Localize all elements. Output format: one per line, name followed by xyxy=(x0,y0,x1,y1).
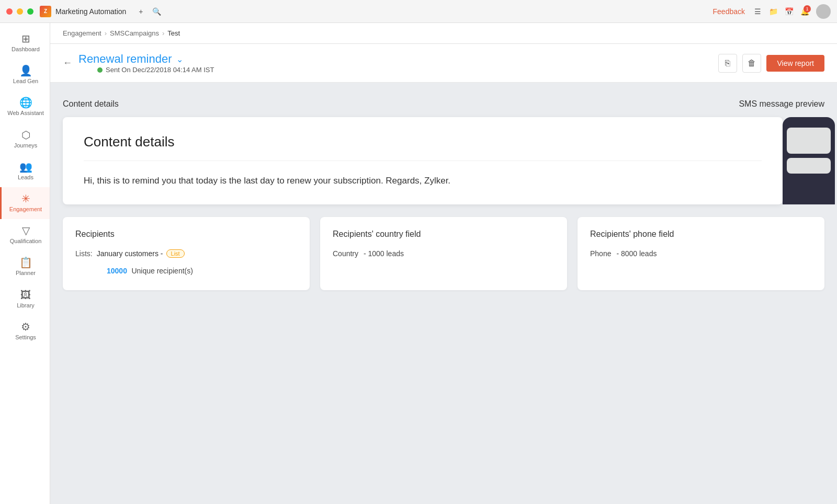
library-icon: 🖼 xyxy=(20,290,31,300)
add-tab-button[interactable]: + xyxy=(137,7,145,16)
tb-right-icons: ☰ 📁 📅 🔔 1 xyxy=(753,4,831,19)
content-card-wrapper: Content details Hi, this is to remind yo… xyxy=(63,117,824,204)
info-cards-section: Recipients Lists: January customers - Li… xyxy=(63,217,824,290)
page-title: Renewal reminder ⌄ xyxy=(78,52,214,66)
notification-badge: 1 xyxy=(804,5,811,13)
search-icon[interactable]: 🔍 xyxy=(152,7,161,16)
country-field-row: Country - 1000 leads xyxy=(333,249,555,258)
app-title-area: Z Marketing Automation xyxy=(40,6,126,17)
unique-recipients-row: 10000 Unique recipient(s) xyxy=(75,266,297,276)
list-badge: List xyxy=(166,249,185,258)
breadcrumb: Engagement › SMSCampaigns › Test xyxy=(63,29,180,37)
content-details-card: Content details Hi, this is to remind yo… xyxy=(63,117,783,204)
breadcrumb-test: Test xyxy=(167,29,180,37)
web-assistant-icon: 🌐 xyxy=(19,97,32,108)
back-button[interactable]: ← xyxy=(63,58,72,68)
sidebar-item-settings[interactable]: ⚙ Settings xyxy=(0,315,50,347)
chevron-down-icon[interactable]: ⌄ xyxy=(176,54,183,64)
zoho-logo: Z xyxy=(40,6,51,17)
sidebar-item-engagement[interactable]: ✳ Engagement xyxy=(0,187,50,219)
sms-preview-section-title: SMS message preview xyxy=(739,99,824,109)
recipients-country-card: Recipients' country field Country - 1000… xyxy=(320,217,567,290)
status-dot xyxy=(97,67,103,73)
title-bar-right: Feedback ☰ 📁 📅 🔔 1 xyxy=(713,4,831,19)
view-report-button[interactable]: View report xyxy=(766,55,824,72)
page-title-text: Renewal reminder xyxy=(78,52,172,66)
page-header: ← Renewal reminder ⌄ Sent On Dec/22/2018… xyxy=(50,44,837,83)
sidebar-item-dashboard[interactable]: ⊞ Dashboard xyxy=(0,27,50,59)
app-title: Marketing Automation xyxy=(55,7,126,16)
sidebar-label-settings: Settings xyxy=(15,334,36,341)
content-card-title: Content details xyxy=(84,134,762,161)
recipients-card-title: Recipients xyxy=(75,230,297,239)
app-layout: ⊞ Dashboard 👤 Lead Gen 🌐 Web Assistant ⬡… xyxy=(0,23,837,504)
planner-icon: 📋 xyxy=(19,257,32,268)
sidebar: ⊞ Dashboard 👤 Lead Gen 🌐 Web Assistant ⬡… xyxy=(0,23,50,504)
unique-count: 10000 xyxy=(107,267,127,275)
sidebar-label-leads: Leads xyxy=(18,174,33,181)
calendar-icon[interactable]: 📅 xyxy=(785,7,793,16)
sms-preview-bubble-2 xyxy=(787,158,831,174)
engagement-icon: ✳ xyxy=(21,193,30,204)
folder-icon[interactable]: 📁 xyxy=(769,7,777,16)
sent-on-text: Sent On Dec/22/2018 04:14 AM IST xyxy=(106,66,214,74)
list-name-value: January customers - List xyxy=(97,249,185,258)
title-bar-actions: + 🔍 xyxy=(137,7,161,16)
content-area: Content details SMS message preview Cont… xyxy=(50,83,837,301)
notification-bell[interactable]: 🔔 1 xyxy=(800,7,809,16)
close-window-button[interactable] xyxy=(6,8,13,15)
minimize-window-button[interactable] xyxy=(17,8,23,15)
recipients-phone-title: Recipients' phone field xyxy=(590,230,812,239)
sidebar-label-lead-gen: Lead Gen xyxy=(13,78,38,85)
sms-phone-preview xyxy=(783,117,835,204)
country-field-name: Country xyxy=(333,249,358,258)
lists-label: Lists: xyxy=(75,249,93,258)
content-card-body: Hi, this is to remind you that today is … xyxy=(84,174,762,188)
phone-field-name: Phone xyxy=(590,249,611,258)
breadcrumb-smscampaigns[interactable]: SMSCampaigns xyxy=(110,29,159,37)
top-bar: Engagement › SMSCampaigns › Test xyxy=(50,23,837,44)
sidebar-item-web-assistant[interactable]: 🌐 Web Assistant xyxy=(0,91,50,123)
section-header: Content details SMS message preview xyxy=(63,93,824,117)
sidebar-item-leads[interactable]: 👥 Leads xyxy=(0,155,50,187)
journeys-icon: ⬡ xyxy=(21,130,30,140)
recipients-country-title: Recipients' country field xyxy=(333,230,555,239)
maximize-window-button[interactable] xyxy=(27,8,33,15)
sidebar-item-journeys[interactable]: ⬡ Journeys xyxy=(0,123,50,155)
breadcrumb-engagement[interactable]: Engagement xyxy=(63,29,101,37)
lead-gen-icon: 👤 xyxy=(19,65,32,76)
window-controls xyxy=(6,8,33,15)
sidebar-label-journeys: Journeys xyxy=(14,142,38,149)
sidebar-label-engagement: Engagement xyxy=(9,206,42,213)
delete-button[interactable]: 🗑 xyxy=(742,54,761,73)
copy-button[interactable]: ⎘ xyxy=(718,54,737,73)
content-details-section-title: Content details xyxy=(63,99,119,109)
sidebar-item-qualification[interactable]: ▽ Qualification xyxy=(0,219,50,251)
phone-leads-count: - 8000 leads xyxy=(616,249,657,258)
dashboard-icon: ⊞ xyxy=(21,33,30,44)
user-avatar[interactable] xyxy=(816,4,831,19)
sidebar-item-planner[interactable]: 📋 Planner xyxy=(0,251,50,283)
qualification-icon: ▽ xyxy=(22,225,30,236)
title-bar: Z Marketing Automation + 🔍 Feedback ☰ 📁 … xyxy=(0,0,837,23)
sidebar-label-planner: Planner xyxy=(16,270,36,277)
breadcrumb-sep-2: › xyxy=(162,29,164,37)
breadcrumb-sep-1: › xyxy=(105,29,107,37)
sidebar-label-library: Library xyxy=(17,302,35,309)
header-title-col: Renewal reminder ⌄ Sent On Dec/22/2018 0… xyxy=(78,52,214,74)
sidebar-label-qualification: Qualification xyxy=(10,238,42,245)
settings-icon: ⚙ xyxy=(21,322,30,332)
recipients-card: Recipients Lists: January customers - Li… xyxy=(63,217,310,290)
sidebar-label-dashboard: Dashboard xyxy=(12,46,40,53)
page-header-right: ⎘ 🗑 View report xyxy=(718,54,824,73)
list-view-icon[interactable]: ☰ xyxy=(753,7,762,16)
sidebar-item-lead-gen[interactable]: 👤 Lead Gen xyxy=(0,59,50,91)
sidebar-label-web-assistant: Web Assistant xyxy=(7,110,44,117)
leads-icon: 👥 xyxy=(19,162,32,172)
recipients-lists-row: Lists: January customers - List xyxy=(75,249,297,258)
page-header-left: ← Renewal reminder ⌄ Sent On Dec/22/2018… xyxy=(63,52,214,74)
unique-label: Unique recipient(s) xyxy=(131,267,193,275)
feedback-link[interactable]: Feedback xyxy=(713,7,745,16)
sidebar-item-library[interactable]: 🖼 Library xyxy=(0,283,50,315)
main-content: Engagement › SMSCampaigns › Test ← Renew… xyxy=(50,23,837,504)
